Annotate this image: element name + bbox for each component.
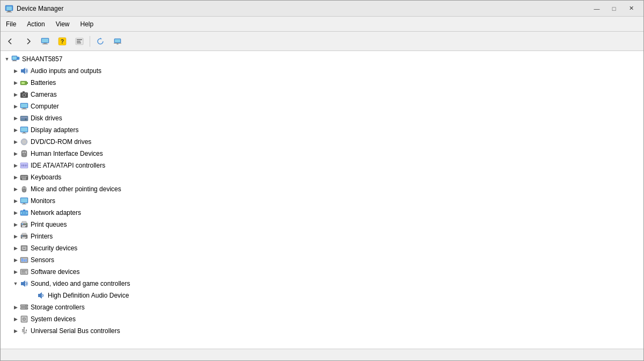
- tree-item-security[interactable]: Security devices: [1, 242, 643, 254]
- svg-rect-67: [23, 177, 24, 178]
- svg-rect-34: [21, 104, 27, 107]
- svg-rect-23: [12, 61, 17, 61]
- svg-marker-24: [21, 68, 25, 74]
- mice-label: Mice and other pointing devices: [31, 185, 121, 193]
- menu-view[interactable]: View: [50, 18, 75, 30]
- device-computer-button[interactable]: [109, 34, 126, 49]
- menu-help[interactable]: Help: [75, 18, 99, 30]
- security-icon: [20, 244, 28, 252]
- tree-item-computer[interactable]: Computer: [1, 100, 643, 112]
- title-bar-left: Device Manager: [5, 4, 63, 13]
- mice-icon: [20, 185, 28, 193]
- printers-arrow: [11, 232, 20, 241]
- tree-item-network[interactable]: Network adapters: [1, 207, 643, 219]
- svg-rect-66: [21, 177, 23, 178]
- minimize-button[interactable]: —: [589, 3, 605, 14]
- tree-item-audio[interactable]: Audio inputs and outputs: [1, 65, 643, 77]
- device-manager-window: Device Manager — □ ✕ File Action View He…: [0, 0, 644, 361]
- tree-item-disk[interactable]: Disk drives: [1, 112, 643, 124]
- computer-button[interactable]: [37, 34, 53, 49]
- svg-point-53: [24, 154, 25, 156]
- svg-rect-20: [12, 56, 17, 60]
- properties-button[interactable]: [71, 34, 87, 49]
- device-tree[interactable]: SHAANT5857 Audio inputs and outputs: [1, 51, 643, 349]
- maximize-button[interactable]: □: [606, 3, 622, 14]
- svg-point-116: [26, 308, 27, 309]
- svg-rect-51: [25, 151, 26, 153]
- computer-icon: [11, 55, 20, 63]
- back-button[interactable]: [3, 34, 19, 49]
- tree-item-sound[interactable]: Sound, video and game controllers: [1, 278, 643, 290]
- svg-rect-37: [20, 116, 28, 121]
- svg-point-128: [25, 332, 26, 333]
- title-bar-buttons: — □ ✕: [589, 3, 639, 14]
- svg-rect-117: [21, 305, 25, 306]
- menu-file[interactable]: File: [1, 18, 21, 30]
- tree-item-storage[interactable]: Storage controllers: [1, 301, 643, 313]
- display-icon: [20, 126, 28, 134]
- svg-rect-11: [77, 39, 82, 40]
- svg-rect-35: [23, 108, 26, 109]
- svg-rect-63: [24, 176, 25, 177]
- svg-rect-70: [22, 179, 26, 180]
- svg-rect-59: [26, 164, 27, 167]
- printers-label: Printers: [31, 233, 53, 240]
- svg-point-32: [26, 93, 27, 94]
- audio-arrow: [11, 67, 20, 75]
- tree-item-cameras[interactable]: Cameras: [1, 89, 643, 100]
- disk-icon: [20, 114, 28, 122]
- tree-root[interactable]: SHAANT5857: [1, 53, 643, 65]
- toolbar: ?: [1, 32, 643, 51]
- svg-rect-42: [21, 127, 27, 132]
- tree-item-dvd[interactable]: DVD/CD-ROM drives: [1, 136, 643, 148]
- window-title: Device Manager: [17, 5, 63, 12]
- tree-item-hid[interactable]: Human Interface Devices: [1, 148, 643, 160]
- print-queues-arrow: [11, 220, 20, 229]
- close-button[interactable]: ✕: [623, 3, 639, 14]
- tree-item-hdaudio[interactable]: High Definition Audio Device: [1, 290, 643, 301]
- refresh-button[interactable]: [92, 34, 108, 49]
- tree-item-batteries[interactable]: Batteries: [1, 77, 643, 89]
- svg-rect-79: [22, 204, 26, 205]
- tree-item-print-queues[interactable]: Print queues: [1, 219, 643, 230]
- tree-item-display[interactable]: Display adapters: [1, 124, 643, 136]
- svg-rect-38: [21, 117, 27, 118]
- tree-item-keyboards[interactable]: Keyboards: [1, 171, 643, 183]
- svg-rect-3: [6, 12, 12, 12]
- tree-item-mice[interactable]: Mice and other pointing devices: [1, 183, 643, 195]
- svg-rect-7: [42, 44, 48, 44]
- monitors-arrow: [11, 197, 20, 205]
- svg-point-126: [24, 327, 25, 329]
- disk-label: Disk drives: [31, 114, 62, 122]
- svg-rect-36: [21, 109, 27, 110]
- monitors-icon: [20, 197, 28, 205]
- system-label: System devices: [31, 315, 76, 323]
- tree-item-sensors[interactable]: Sensors: [1, 254, 643, 266]
- network-label: Network adapters: [31, 209, 81, 216]
- sound-icon: [20, 279, 28, 288]
- tree-item-usb[interactable]: Universal Serial Bus controllers: [1, 325, 643, 337]
- ide-label: IDE ATA/ATAPI controllers: [31, 162, 105, 169]
- menu-action[interactable]: Action: [21, 18, 50, 30]
- svg-rect-104: [24, 259, 25, 262]
- monitors-label: Monitors: [31, 197, 55, 205]
- help-button[interactable]: ?: [54, 34, 70, 49]
- help-icon: ?: [58, 37, 67, 46]
- print-queues-icon: [20, 220, 28, 229]
- svg-rect-74: [25, 187, 26, 189]
- system-arrow: [11, 315, 20, 323]
- tree-item-system[interactable]: System devices: [1, 313, 643, 325]
- tree-item-printers[interactable]: Printers: [1, 230, 643, 242]
- svg-rect-44: [22, 133, 26, 134]
- back-icon: [7, 38, 14, 45]
- svg-marker-112: [38, 292, 42, 299]
- tree-item-software[interactable]: Software devices: [1, 266, 643, 278]
- svg-point-30: [24, 95, 25, 96]
- tree-item-monitors[interactable]: Monitors: [1, 195, 643, 207]
- svg-rect-6: [43, 43, 47, 44]
- cameras-label: Cameras: [31, 91, 57, 98]
- svg-rect-31: [23, 91, 25, 93]
- svg-point-127: [22, 331, 23, 332]
- forward-button[interactable]: [20, 34, 36, 49]
- tree-item-ide[interactable]: IDE ATA/ATAPI controllers: [1, 160, 643, 171]
